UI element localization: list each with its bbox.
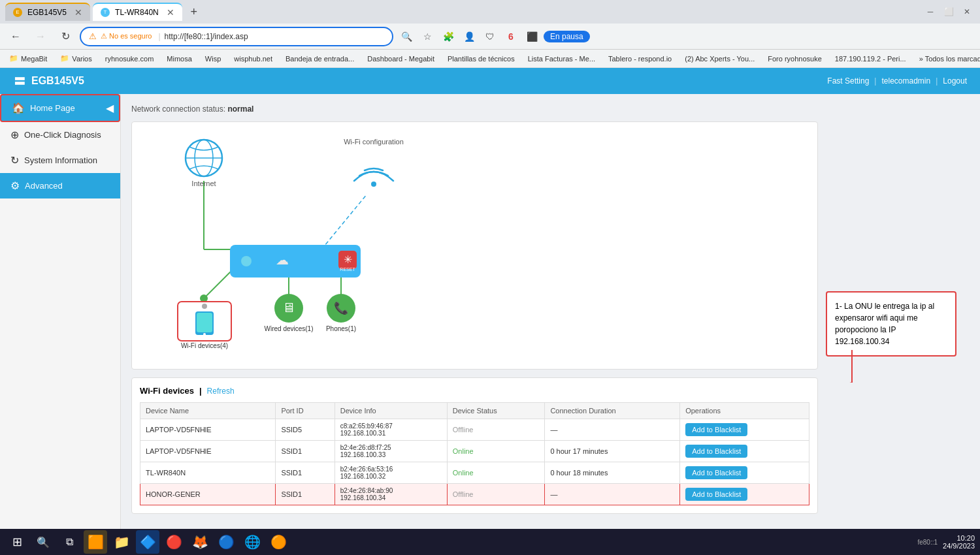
wifi-table-header: Wi-Fi devices | Refresh	[140, 386, 809, 396]
svg-text:☁: ☁	[276, 253, 289, 267]
cell-port-id: SSID1	[276, 441, 335, 462]
app-icon-3: 🔷	[140, 534, 156, 550]
bookmark-varios[interactable]: 📁Varios	[56, 53, 95, 64]
table-row: LAPTOP-VD5FNHlE SSID5 c8:a2:65:b9:46:871…	[140, 419, 809, 441]
minimize-button[interactable]: ─	[923, 4, 938, 20]
tab-label-1: EGB145V5	[27, 8, 67, 17]
windows-start-button[interactable]: ⊞	[5, 530, 29, 554]
nav-separator-1: |	[874, 76, 876, 86]
sidebar-item-advanced[interactable]: ⚙ Advanced	[0, 173, 120, 198]
refresh-link[interactable]: Refresh	[207, 387, 235, 396]
taskbar-app-7[interactable]: 🌐	[240, 530, 264, 554]
add-blacklist-btn-0[interactable]: Add to Blacklist	[685, 423, 747, 436]
tab-tlwr840n[interactable]: T TL-WR840N ✕	[93, 3, 182, 21]
app-title: EGB145V5	[31, 75, 84, 87]
table-row: TL-WR840N SSID1 b2:4e:26:6a:53:16192.168…	[140, 462, 809, 484]
bookmark-mimosa[interactable]: Mimosa	[163, 54, 196, 64]
search-taskbar-button[interactable]: 🔍	[31, 530, 55, 554]
cell-duration: 0 hour 17 minutes	[545, 441, 680, 462]
cell-operations: Add to Blacklist	[680, 462, 809, 484]
add-blacklist-btn-1[interactable]: Add to Blacklist	[685, 445, 747, 458]
bookmark-wisp[interactable]: Wisp	[201, 54, 225, 64]
taskbar-app-1[interactable]: 🟧	[84, 530, 107, 554]
svg-text:Wi-Fi configuration: Wi-Fi configuration	[344, 138, 404, 146]
tab-egb145v5[interactable]: E EGB145V5 ✕	[5, 3, 90, 21]
url-text[interactable]: http://[fe80::1]/index.asp	[165, 32, 384, 41]
forward-button[interactable]: →	[30, 26, 51, 47]
tab-close-1[interactable]: ✕	[74, 7, 82, 18]
account-icon[interactable]: 👤	[460, 27, 478, 46]
sidebar-item-label-sysinfo: System Information	[24, 155, 97, 165]
diagnosis-icon: ⊕	[10, 129, 19, 141]
sidebar-item-home[interactable]: 🏠 Home Page ◀	[0, 94, 120, 122]
taskbar-app-3[interactable]: 🔷	[136, 530, 159, 554]
search-icon[interactable]: 🔍	[397, 27, 416, 46]
internet-label: Internet	[191, 180, 216, 187]
more-extensions-icon[interactable]: ⬛	[523, 27, 541, 46]
cell-device-name: LAPTOP-VD5FNHlE	[140, 419, 276, 441]
bookmark-wisphub[interactable]: wisphub.net	[230, 54, 276, 64]
reload-button[interactable]: ↻	[55, 26, 76, 47]
bookmark-all[interactable]: » Todos los marcadores	[915, 54, 980, 64]
bookmark-dashboard[interactable]: Dashboard - Megabit	[363, 54, 438, 64]
table-row: LAPTOP-VD5FNHlE SSID1 b2:4e:26:d8:f7:251…	[140, 441, 809, 462]
app-icon-2: 📁	[114, 534, 130, 550]
profile-button[interactable]: En pausa	[544, 31, 590, 42]
sysinfo-icon: ↻	[10, 154, 19, 166]
app-body: 🏠 Home Page ◀ ⊕ One-Click Diagnosis ↻ Sy…	[0, 94, 980, 542]
bookmark-bandeja[interactable]: Bandeja de entrada...	[282, 54, 358, 64]
browser-frame: E EGB145V5 ✕ T TL-WR840N ✕ + ─ ⬜ ✕ ← → ↻…	[0, 0, 980, 68]
add-blacklist-btn-2[interactable]: Add to Blacklist	[685, 466, 747, 479]
restore-button[interactable]: ⬜	[941, 4, 956, 20]
taskview-icon: ⧉	[66, 536, 73, 548]
svg-point-24	[203, 333, 206, 336]
fast-setting-link[interactable]: Fast Setting	[827, 76, 869, 86]
bookmark-foro[interactable]: Foro ryohnosuke	[764, 54, 826, 64]
svg-point-21	[202, 304, 207, 309]
taskbar-time: 10:20 24/9/2023	[943, 534, 975, 550]
taskbar: ⊞ 🔍 ⧉ 🟧 📁 🔷 🔴 🦊 🔵 🌐 🟠 fe80::1 10:20 24/9…	[0, 529, 980, 555]
bookmark-ip[interactable]: 187.190.119.2 - Peri...	[831, 54, 910, 64]
bookmark-plantillas[interactable]: Plantillas de técnicos	[444, 54, 519, 64]
bookmark-megabit[interactable]: 📁MegaBit	[5, 53, 51, 64]
taskbar-app-6[interactable]: 🔵	[214, 530, 238, 554]
bookmark-ryhnosuke[interactable]: ryhnosuke.com	[101, 54, 158, 64]
close-button[interactable]: ✕	[959, 4, 975, 20]
cell-status: Online	[447, 441, 545, 462]
address-separator: |	[158, 32, 160, 41]
browser-actions: 🔍 ☆ 🧩 👤 🛡 6 ⬛ En pausa	[397, 27, 590, 46]
cell-device-info: b2:4e:26:84:ab:90192.168.100.34	[335, 484, 447, 505]
taskbar-app-5[interactable]: 🦊	[188, 530, 212, 554]
wifi-devices-table: Wi-Fi devices | Refresh Device Name Port…	[131, 377, 818, 514]
annotation-text: 1- La ONU le entrega la ip al expensaror…	[835, 302, 934, 346]
new-tab-button[interactable]: +	[185, 3, 203, 21]
taskbar-app-8[interactable]: 🟠	[267, 530, 290, 554]
col-device-name: Device Name	[140, 403, 276, 419]
logout-link[interactable]: Logout	[943, 76, 967, 86]
search-taskbar-icon: 🔍	[37, 536, 50, 548]
taskbar-app-2[interactable]: 📁	[110, 530, 133, 554]
windows-icon: ⊞	[12, 535, 22, 549]
bookmark-facturas[interactable]: Lista Facturas - Me...	[524, 54, 599, 64]
bookmarks-bar: 📁MegaBit 📁Varios ryhnosuke.com Mimosa Wi…	[0, 50, 980, 68]
cell-operations: Add to Blacklist	[680, 441, 809, 462]
taskbar-app-4[interactable]: 🔴	[162, 530, 186, 554]
bookmark-tablero[interactable]: Tablero - respond.io	[604, 54, 676, 64]
cell-device-name: HONOR-GENER	[140, 484, 276, 505]
annotation-box: 1- La ONU le entrega la ip al expensaror…	[826, 291, 956, 357]
cell-operations: Add to Blacklist	[680, 484, 809, 505]
shield-icon[interactable]: 🛡	[481, 27, 499, 46]
extensions-icon[interactable]: 🧩	[439, 27, 457, 46]
app-icon-5: 🦊	[192, 534, 208, 550]
tab-close-2[interactable]: ✕	[167, 7, 174, 18]
sidebar-item-diagnosis[interactable]: ⊕ One-Click Diagnosis	[0, 122, 120, 148]
6-counter[interactable]: 6	[502, 27, 520, 46]
telecomadmin-link[interactable]: telecomadmin	[881, 76, 930, 86]
add-blacklist-btn-3[interactable]: Add to Blacklist	[685, 488, 747, 501]
bookmark-abcxperts[interactable]: (2) Abc Xperts - You...	[681, 54, 759, 64]
bookmark-icon[interactable]: ☆	[418, 27, 436, 46]
back-button[interactable]: ←	[5, 26, 26, 47]
address-bar[interactable]: ⚠ ⚠ No es seguro | http://[fe80::1]/inde…	[80, 27, 393, 46]
taskview-button[interactable]: ⧉	[57, 530, 81, 554]
sidebar-item-sysinfo[interactable]: ↻ System Information	[0, 148, 120, 173]
